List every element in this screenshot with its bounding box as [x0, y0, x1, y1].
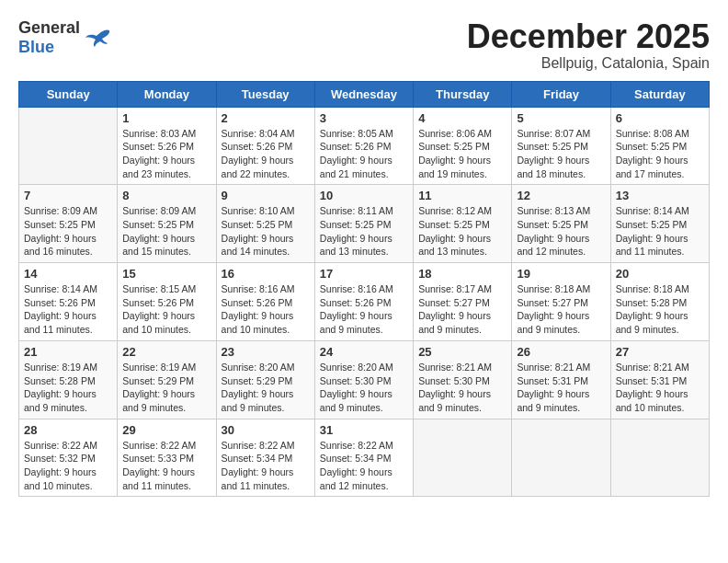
day-number: 16 [222, 267, 310, 281]
calendar-cell: 16Sunrise: 8:16 AMSunset: 5:26 PMDayligh… [216, 263, 314, 341]
day-sun-info: Sunrise: 8:22 AMSunset: 5:34 PMDaylight:… [320, 439, 408, 493]
day-number: 8 [122, 189, 210, 202]
calendar-cell: 14Sunrise: 8:14 AMSunset: 5:26 PMDayligh… [19, 263, 118, 341]
day-number: 28 [24, 423, 112, 437]
day-sun-info: Sunrise: 8:18 AMSunset: 5:28 PMDaylight:… [616, 282, 704, 337]
logo-general: General [18, 18, 80, 37]
day-sun-info: Sunrise: 8:22 AMSunset: 5:32 PMDaylight:… [24, 439, 112, 493]
day-number: 26 [517, 345, 605, 359]
day-sun-info: Sunrise: 8:03 AMSunset: 5:26 PMDaylight:… [122, 127, 210, 181]
calendar-week-3: 14Sunrise: 8:14 AMSunset: 5:26 PMDayligh… [19, 263, 710, 341]
calendar-week-4: 21Sunrise: 8:19 AMSunset: 5:28 PMDayligh… [19, 340, 710, 419]
day-number: 13 [616, 189, 704, 202]
day-sun-info: Sunrise: 8:06 AMSunset: 5:25 PMDaylight:… [418, 127, 506, 181]
day-sun-info: Sunrise: 8:08 AMSunset: 5:25 PMDaylight:… [616, 127, 704, 181]
day-sun-info: Sunrise: 8:19 AMSunset: 5:28 PMDaylight:… [24, 361, 112, 415]
calendar-cell: 6Sunrise: 8:08 AMSunset: 5:25 PMDaylight… [610, 107, 709, 185]
day-number: 1 [122, 111, 210, 125]
calendar-cell: 2Sunrise: 8:04 AMSunset: 5:26 PMDaylight… [216, 107, 314, 185]
day-number: 5 [517, 111, 605, 125]
calendar-cell: 8Sunrise: 8:09 AMSunset: 5:25 PMDaylight… [118, 185, 216, 263]
day-sun-info: Sunrise: 8:12 AMSunset: 5:25 PMDaylight:… [418, 204, 506, 259]
day-number: 11 [418, 189, 506, 202]
weekday-header-tuesday: Tuesday [216, 81, 314, 107]
calendar-cell: 29Sunrise: 8:22 AMSunset: 5:33 PMDayligh… [118, 419, 216, 497]
day-number: 12 [517, 189, 605, 202]
calendar-week-1: 1Sunrise: 8:03 AMSunset: 5:26 PMDaylight… [19, 107, 710, 185]
day-sun-info: Sunrise: 8:21 AMSunset: 5:31 PMDaylight:… [616, 361, 704, 415]
calendar-cell: 27Sunrise: 8:21 AMSunset: 5:31 PMDayligh… [610, 340, 709, 419]
day-number: 14 [24, 267, 112, 281]
calendar-cell: 13Sunrise: 8:14 AMSunset: 5:25 PMDayligh… [610, 185, 709, 263]
day-sun-info: Sunrise: 8:21 AMSunset: 5:30 PMDaylight:… [418, 361, 506, 415]
day-sun-info: Sunrise: 8:19 AMSunset: 5:29 PMDaylight:… [122, 361, 210, 415]
logo-text: General Blue [18, 18, 80, 57]
day-number: 29 [122, 423, 210, 437]
calendar-week-2: 7Sunrise: 8:09 AMSunset: 5:25 PMDaylight… [19, 185, 710, 263]
calendar-cell: 1Sunrise: 8:03 AMSunset: 5:26 PMDaylight… [118, 107, 216, 185]
day-number: 17 [320, 267, 408, 281]
calendar-cell: 23Sunrise: 8:20 AMSunset: 5:29 PMDayligh… [216, 340, 314, 419]
day-number: 21 [24, 345, 112, 359]
day-number: 22 [122, 345, 210, 359]
weekday-header-wednesday: Wednesday [314, 81, 413, 107]
calendar-cell: 11Sunrise: 8:12 AMSunset: 5:25 PMDayligh… [414, 185, 512, 263]
calendar-title-area: December 2025 Bellpuig, Catalonia, Spain [467, 18, 710, 72]
logo: General Blue [18, 18, 111, 57]
day-number: 2 [222, 111, 310, 125]
day-sun-info: Sunrise: 8:05 AMSunset: 5:26 PMDaylight:… [320, 127, 408, 181]
day-number: 23 [222, 345, 310, 359]
day-number: 9 [222, 189, 310, 202]
day-sun-info: Sunrise: 8:14 AMSunset: 5:25 PMDaylight:… [616, 204, 704, 259]
weekday-header-sunday: Sunday [19, 81, 118, 107]
day-sun-info: Sunrise: 8:17 AMSunset: 5:27 PMDaylight:… [418, 282, 506, 337]
weekday-header-monday: Monday [118, 81, 216, 107]
day-sun-info: Sunrise: 8:21 AMSunset: 5:31 PMDaylight:… [517, 361, 605, 415]
calendar-cell: 26Sunrise: 8:21 AMSunset: 5:31 PMDayligh… [512, 340, 610, 419]
day-sun-info: Sunrise: 8:09 AMSunset: 5:25 PMDaylight:… [24, 204, 112, 259]
day-number: 6 [616, 111, 704, 125]
logo-blue: Blue [18, 38, 54, 56]
day-number: 19 [517, 267, 605, 281]
calendar-cell: 5Sunrise: 8:07 AMSunset: 5:25 PMDaylight… [512, 107, 610, 185]
calendar-week-5: 28Sunrise: 8:22 AMSunset: 5:32 PMDayligh… [19, 419, 710, 497]
calendar-cell: 25Sunrise: 8:21 AMSunset: 5:30 PMDayligh… [414, 340, 512, 419]
day-sun-info: Sunrise: 8:20 AMSunset: 5:30 PMDaylight:… [320, 361, 408, 415]
calendar-cell: 9Sunrise: 8:10 AMSunset: 5:25 PMDaylight… [216, 185, 314, 263]
calendar-cell: 22Sunrise: 8:19 AMSunset: 5:29 PMDayligh… [118, 340, 216, 419]
day-sun-info: Sunrise: 8:07 AMSunset: 5:25 PMDaylight:… [517, 127, 605, 181]
day-number: 31 [320, 423, 408, 437]
calendar-body: 1Sunrise: 8:03 AMSunset: 5:26 PMDaylight… [19, 107, 710, 497]
calendar-cell [512, 419, 610, 497]
day-number: 10 [320, 189, 408, 202]
calendar-cell: 24Sunrise: 8:20 AMSunset: 5:30 PMDayligh… [314, 340, 413, 419]
calendar-cell: 7Sunrise: 8:09 AMSunset: 5:25 PMDaylight… [19, 185, 118, 263]
day-sun-info: Sunrise: 8:04 AMSunset: 5:26 PMDaylight:… [222, 127, 310, 181]
calendar-cell: 20Sunrise: 8:18 AMSunset: 5:28 PMDayligh… [610, 263, 709, 341]
weekday-header-row: SundayMondayTuesdayWednesdayThursdayFrid… [19, 81, 710, 107]
day-sun-info: Sunrise: 8:22 AMSunset: 5:34 PMDaylight:… [222, 439, 310, 493]
calendar-cell: 21Sunrise: 8:19 AMSunset: 5:28 PMDayligh… [19, 340, 118, 419]
calendar-cell [19, 107, 118, 185]
day-sun-info: Sunrise: 8:10 AMSunset: 5:25 PMDaylight:… [222, 204, 310, 259]
calendar-cell [414, 419, 512, 497]
calendar-cell: 18Sunrise: 8:17 AMSunset: 5:27 PMDayligh… [414, 263, 512, 341]
weekday-header-thursday: Thursday [414, 81, 512, 107]
day-number: 30 [222, 423, 310, 437]
weekday-header-friday: Friday [512, 81, 610, 107]
day-sun-info: Sunrise: 8:18 AMSunset: 5:27 PMDaylight:… [517, 282, 605, 337]
calendar-cell: 12Sunrise: 8:13 AMSunset: 5:25 PMDayligh… [512, 185, 610, 263]
day-sun-info: Sunrise: 8:11 AMSunset: 5:25 PMDaylight:… [320, 204, 408, 259]
calendar-cell: 19Sunrise: 8:18 AMSunset: 5:27 PMDayligh… [512, 263, 610, 341]
day-sun-info: Sunrise: 8:13 AMSunset: 5:25 PMDaylight:… [517, 204, 605, 259]
calendar-cell: 4Sunrise: 8:06 AMSunset: 5:25 PMDaylight… [414, 107, 512, 185]
calendar-cell: 3Sunrise: 8:05 AMSunset: 5:26 PMDaylight… [314, 107, 413, 185]
page-header: General Blue December 2025 Bellpuig, Cat… [18, 18, 710, 72]
day-number: 3 [320, 111, 408, 125]
day-sun-info: Sunrise: 8:16 AMSunset: 5:26 PMDaylight:… [222, 282, 310, 337]
day-sun-info: Sunrise: 8:20 AMSunset: 5:29 PMDaylight:… [222, 361, 310, 415]
calendar-cell: 10Sunrise: 8:11 AMSunset: 5:25 PMDayligh… [314, 185, 413, 263]
day-number: 7 [24, 189, 112, 202]
day-number: 25 [418, 345, 506, 359]
day-number: 18 [418, 267, 506, 281]
